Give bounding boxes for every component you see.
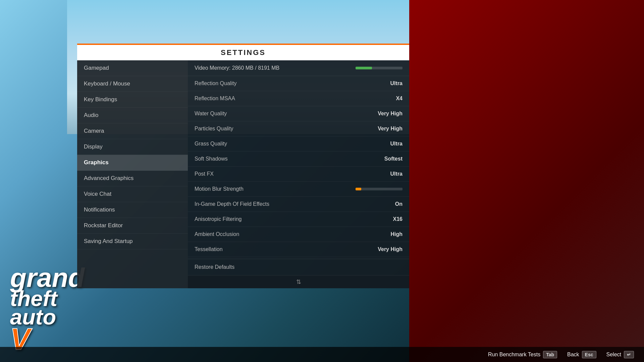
benchmark-action: Run Benchmark Tests Tab bbox=[488, 351, 557, 358]
sidebar-item-display[interactable]: Display bbox=[77, 139, 188, 155]
sidebar-item-audio[interactable]: Audio bbox=[77, 108, 188, 123]
ambient-occlusion-label: Ambient Occlusion bbox=[195, 231, 239, 237]
ambient-occlusion-value: High bbox=[390, 231, 402, 237]
sidebar-item-camera[interactable]: Camera bbox=[77, 123, 188, 139]
back-label: Back bbox=[567, 352, 579, 358]
sidebar-item-gamepad[interactable]: Gamepad bbox=[77, 60, 188, 76]
anisotropic-value: X16 bbox=[393, 216, 402, 222]
sidebar-item-keyboard-mouse[interactable]: Keyboard / Mouse bbox=[77, 76, 188, 92]
back-key: Esc bbox=[582, 351, 596, 358]
tessellation-row[interactable]: Tessellation Very High bbox=[188, 242, 409, 257]
grass-quality-row[interactable]: Grass Quality Ultra bbox=[188, 136, 409, 152]
post-fx-value: Ultra bbox=[390, 171, 402, 177]
video-memory-row: Video Memory: 2860 MB / 8191 MB bbox=[188, 60, 409, 76]
settings-title: SETTINGS bbox=[221, 48, 266, 57]
settings-content: Video Memory: 2860 MB / 8191 MB Reflecti… bbox=[188, 60, 409, 288]
motion-blur-fill bbox=[356, 188, 361, 190]
reflection-quality-label: Reflection Quality bbox=[195, 80, 236, 86]
right-container-bg bbox=[409, 0, 644, 362]
soft-shadows-value: Softest bbox=[384, 156, 402, 162]
grass-quality-label: Grass Quality bbox=[195, 141, 227, 147]
video-memory-label: Video Memory: 2860 MB / 8191 MB bbox=[195, 65, 279, 71]
reflection-msaa-row[interactable]: Reflection MSAA X4 bbox=[188, 91, 409, 106]
depth-field-value: On bbox=[395, 201, 402, 207]
water-quality-label: Water Quality bbox=[195, 111, 227, 117]
reflection-msaa-value: X4 bbox=[396, 96, 402, 102]
back-action: Back Esc bbox=[567, 351, 596, 358]
sidebar-item-advanced-graphics[interactable]: Advanced Graphics bbox=[77, 171, 188, 186]
sidebar-item-saving-startup[interactable]: Saving And Startup bbox=[77, 234, 188, 249]
water-quality-row[interactable]: Water Quality Very High bbox=[188, 106, 409, 121]
tessellation-label: Tessellation bbox=[195, 246, 223, 252]
bottom-bar: Run Benchmark Tests Tab Back Esc Select … bbox=[0, 347, 644, 362]
sidebar-item-graphics[interactable]: Graphics bbox=[77, 155, 188, 171]
grass-quality-value: Ultra bbox=[390, 141, 402, 147]
soft-shadows-row[interactable]: Soft Shadows Softest bbox=[188, 152, 409, 167]
anisotropic-label: Anisotropic Filtering bbox=[195, 216, 242, 222]
particles-quality-row[interactable]: Particles Quality Very High bbox=[188, 121, 409, 136]
sidebar-item-rockstar-editor[interactable]: Rockstar Editor bbox=[77, 218, 188, 234]
restore-defaults-row[interactable]: Restore Defaults bbox=[188, 259, 409, 275]
post-fx-row[interactable]: Post FX Ultra bbox=[188, 167, 409, 182]
select-key: ↵ bbox=[624, 351, 634, 358]
reflection-quality-value: Ultra bbox=[390, 80, 402, 86]
settings-header: SETTINGS bbox=[77, 44, 409, 60]
select-label: Select bbox=[606, 352, 621, 358]
motion-blur-label: Motion Blur Strength bbox=[195, 186, 244, 192]
depth-field-label: In-Game Depth Of Field Effects bbox=[195, 201, 269, 207]
restore-defaults-button[interactable]: Restore Defaults bbox=[195, 264, 234, 270]
water-quality-value: Very High bbox=[378, 111, 402, 117]
ambient-occlusion-row[interactable]: Ambient Occlusion High bbox=[188, 227, 409, 242]
particles-quality-value: Very High bbox=[378, 126, 402, 132]
select-action: Select ↵ bbox=[606, 351, 634, 358]
settings-nav: Gamepad Keyboard / Mouse Key Bindings Au… bbox=[77, 60, 188, 288]
settings-panel: SETTINGS Gamepad Keyboard / Mouse Key Bi… bbox=[77, 44, 409, 288]
motion-blur-row[interactable]: Motion Blur Strength bbox=[188, 182, 409, 197]
depth-field-row[interactable]: In-Game Depth Of Field Effects On bbox=[188, 197, 409, 212]
settings-body: Gamepad Keyboard / Mouse Key Bindings Au… bbox=[77, 60, 409, 288]
video-memory-bar bbox=[356, 67, 402, 69]
scroll-icon[interactable]: ⇅ bbox=[296, 278, 301, 286]
sidebar-item-voice-chat[interactable]: Voice Chat bbox=[77, 186, 188, 202]
gta-grand-text: grand bbox=[10, 266, 85, 289]
benchmark-label: Run Benchmark Tests bbox=[488, 352, 540, 358]
tessellation-value: Very High bbox=[378, 246, 402, 252]
scroll-controls: ⇅ bbox=[188, 275, 409, 288]
reflection-msaa-label: Reflection MSAA bbox=[195, 96, 235, 102]
anisotropic-row[interactable]: Anisotropic Filtering X16 bbox=[188, 212, 409, 227]
soft-shadows-label: Soft Shadows bbox=[195, 156, 228, 162]
video-memory-bar-fill bbox=[356, 67, 372, 69]
sidebar-item-key-bindings[interactable]: Key Bindings bbox=[77, 92, 188, 108]
sidebar-item-notifications[interactable]: Notifications bbox=[77, 202, 188, 218]
benchmark-key: Tab bbox=[543, 351, 557, 358]
post-fx-label: Post FX bbox=[195, 171, 214, 177]
gta-logo: grand theft auto V bbox=[10, 266, 85, 352]
reflection-quality-row[interactable]: Reflection Quality Ultra bbox=[188, 76, 409, 91]
motion-blur-bar bbox=[356, 188, 402, 190]
particles-quality-label: Particles Quality bbox=[195, 126, 233, 132]
